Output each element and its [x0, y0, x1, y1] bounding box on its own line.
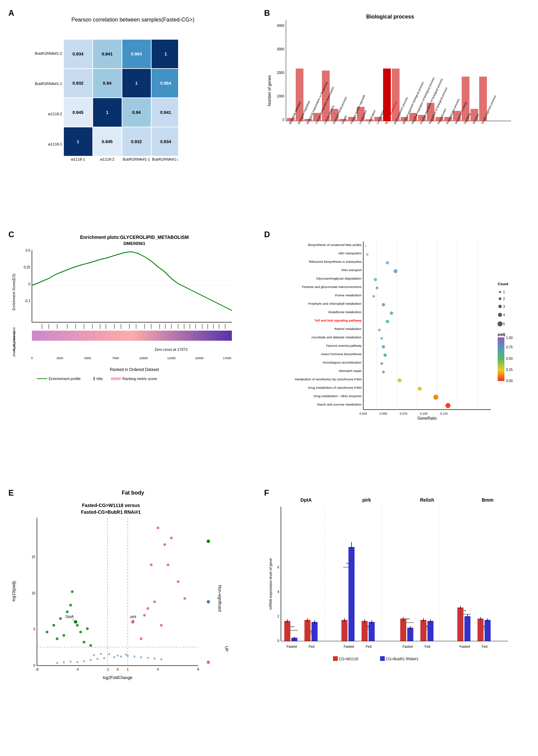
panel-d-label: D [264, 230, 270, 239]
heatmap-val-2-3: 0.941 [160, 110, 171, 115]
vp-ytick-5: 5 [33, 627, 35, 631]
bar-bmm-fed-blue [485, 620, 491, 641]
dp-pathway-15: Mismatch repair [339, 369, 362, 373]
heatmap-val-2-1: 1 [106, 110, 108, 115]
heatmap-ylabel-3: w1118-1 [48, 142, 62, 146]
f-dpta-fed: Fed [308, 645, 314, 648]
barchart-f-svg: mRNA expression level of gene 0 2 4 6 Dp… [266, 490, 528, 678]
dp-pathway-13: Insect hormone biosynthesis [321, 352, 362, 356]
heatmap-ylabel-1: BubR1RNAi#1-1 [35, 82, 62, 86]
dot-1 [366, 253, 369, 256]
main-container: A Pearson correlation between samples(Fa… [0, 0, 538, 756]
bar-pirk-fasted-blue [348, 547, 355, 641]
f-relish-title: Relish [420, 497, 434, 503]
ytick-025: 0.25 [24, 265, 31, 269]
dp-pathway-16: Metabolism of xenobiotics by cytochrome … [295, 377, 362, 381]
barchart-ylabel: Number of genes [267, 75, 272, 106]
vp-dot-down-11 [89, 644, 92, 647]
dp-count-dot-1 [499, 291, 501, 293]
vp-dot-down-13 [46, 631, 48, 633]
f-ytick-0: 0 [277, 639, 279, 643]
dot-17 [418, 387, 422, 391]
dot-15 [382, 371, 385, 373]
heatmap-xlabel-2: BubR1RNAi#1-1 [123, 157, 150, 161]
vp-nonsig-label: Non-significant [217, 585, 222, 612]
dp-count-dot-3 [498, 305, 502, 308]
bar-bmm-fasted-red [457, 607, 463, 641]
vp-xlabel: log2FoldChange [103, 675, 132, 680]
ytick-4000: 4000 [277, 24, 285, 28]
heatmap-val-3-3: 0.934 [160, 139, 171, 144]
ytick-0: 0 [282, 118, 284, 122]
vp-dpta-line [72, 619, 76, 621]
vp-dot-down-10 [86, 627, 89, 630]
bar-dpta-fed-red [304, 620, 311, 641]
dp-padj-bar [498, 337, 504, 381]
hit-marks [42, 324, 225, 329]
dot-2 [386, 261, 389, 264]
heatmap-val-1-0: 0.932 [73, 81, 84, 86]
vp-dot-down-5 [76, 624, 79, 627]
panel-a-title: Pearson correlation between samples(Fast… [10, 17, 256, 23]
bar-pirk-fasted-red [341, 620, 347, 641]
vp-dot-ns-14 [147, 657, 149, 659]
panel-c-title: Enrichment plots:GLYCEROLIPID_METABOLISM [80, 235, 189, 240]
vp-dot-up-12 [167, 563, 169, 566]
vp-dot-ns-4 [96, 658, 98, 660]
dp-padj-val-075: 0.75 [506, 345, 513, 349]
f-bmm-fed: Fed [482, 645, 487, 648]
dp-pathway-17: Drug metabolism of cytochrome P450 [308, 386, 362, 389]
dp-xtick-1: 0.050 [380, 412, 387, 415]
es-ylabel: Enrichment Score(ES) [12, 274, 16, 310]
heatmap-val-3-2: 0.932 [131, 139, 142, 144]
heatmap-val-1-1: 0.94 [103, 81, 112, 86]
xtick-12500: 12500 [167, 356, 175, 360]
dp-count-legend-title: Count [498, 282, 508, 286]
dot-7 [382, 303, 385, 306]
bar-bmm-fed-red [478, 619, 484, 641]
panel-b: B Biological process Number of genes 0 1… [262, 7, 531, 225]
legend-blue-rect [380, 656, 385, 661]
xtick-7500: 7500 [112, 356, 119, 360]
ytick-05: 0.5 [26, 249, 30, 252]
vp-dot-down-4 [69, 604, 72, 606]
vp-dot-up-8 [160, 624, 163, 627]
vp-dot-ns-17 [117, 655, 119, 657]
dp-pathway-14: Homologous recombination [323, 361, 362, 364]
vp-dot-ns-5 [103, 657, 105, 659]
heatmap-xlabel-1: w1118-2 [100, 157, 114, 161]
vp-dpta-dot [74, 620, 77, 624]
dp-pathway-12: Fanconi anemia pathway [326, 344, 362, 347]
f-ytick-6: 6 [277, 565, 279, 569]
dp-pathway-19: Starch and sucrose metabolism [317, 403, 362, 406]
dp-pathway-11: Ascorbate and aldarate metabolism [312, 335, 362, 339]
panel-b-label: B [264, 8, 270, 18]
vp-dot-up-6 [147, 607, 149, 610]
f-relish-fed: Fed [424, 645, 430, 648]
heatmap-val-2-2: 0.94 [132, 110, 141, 115]
dp-padj-val-1: 1.00 [506, 336, 513, 340]
f-bmm-fasted: Fasted [460, 645, 470, 648]
vp-dot-down-12 [71, 590, 74, 593]
dp-padj-val-0: 0.00 [506, 379, 513, 383]
dp-xlabel: GeneRatio [417, 416, 437, 421]
volcano-title2: Fasted-CG>BubR1 RNAi#1 [81, 509, 141, 515]
panel-c-label: C [8, 230, 14, 239]
vp-dot-ns-6 [113, 656, 115, 658]
legend-red-rect [333, 656, 338, 661]
dot-11 [380, 337, 383, 340]
vp-legend-down [207, 540, 210, 543]
vp-dot-ns-16 [160, 658, 162, 660]
dp-pathway-0: Biosynthesis of unsatured fatty acides [308, 243, 362, 247]
vp-dot-down-8 [63, 634, 65, 637]
dot-8 [390, 311, 393, 315]
dot-5 [376, 287, 378, 289]
vp-dot-down-9 [83, 641, 85, 643]
dp-pathway-18: Drug metabolism - other enzymes [314, 394, 362, 398]
vp-dot-ns-8 [127, 655, 129, 657]
vp-dot-ns-20 [93, 654, 95, 656]
heatmap-val-0-2: 0.964 [131, 51, 142, 56]
panel-d: D Biosynthesis of unsatured fatty acides… [262, 228, 531, 483]
f-ytick-4: 4 [277, 590, 279, 594]
bar-relish-fasted-blue [407, 628, 413, 641]
